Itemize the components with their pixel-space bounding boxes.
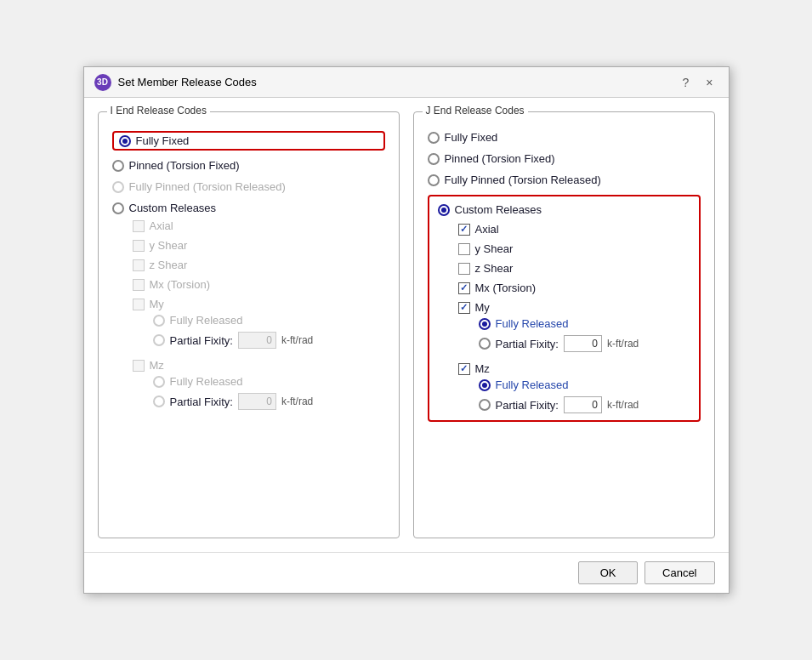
j-my-checkbox[interactable]: ✓ xyxy=(458,302,470,314)
j-mz-item[interactable]: ✓ Mz xyxy=(458,362,690,375)
i-my-fully-released-option: Fully Released xyxy=(153,314,385,327)
i-y-shear-label: y Shear xyxy=(150,239,188,252)
j-z-shear-item[interactable]: z Shear xyxy=(458,262,690,275)
j-y-shear-item[interactable]: y Shear xyxy=(458,242,690,255)
i-fully-fixed-label: Fully Fixed xyxy=(136,134,190,147)
title-bar-right: ? × xyxy=(678,74,718,91)
i-my-checkbox xyxy=(133,299,145,310)
j-axial-item[interactable]: ✓ Axial xyxy=(458,223,690,236)
j-fully-fixed-radio[interactable] xyxy=(428,132,440,144)
j-mz-checkmark: ✓ xyxy=(460,363,468,374)
j-axial-checkbox[interactable]: ✓ xyxy=(458,224,470,236)
i-pinned-radio[interactable] xyxy=(112,160,124,172)
j-my-fully-released-radio[interactable] xyxy=(479,318,491,330)
j-mz-checkbox[interactable]: ✓ xyxy=(458,363,470,375)
i-my-item: My xyxy=(133,298,385,310)
i-z-shear-item: z Shear xyxy=(133,259,385,271)
i-fully-fixed-option[interactable]: Fully Fixed xyxy=(112,131,385,151)
j-custom-header[interactable]: Custom Releases xyxy=(438,203,690,216)
i-z-shear-checkbox xyxy=(133,259,145,271)
j-my-partial-label: Partial Fixity: xyxy=(496,338,559,350)
j-my-partial-unit: k-ft/rad xyxy=(607,338,639,350)
j-mx-label: Mx (Torsion) xyxy=(475,282,537,294)
i-end-panel-title: I End Release Codes xyxy=(107,105,210,117)
i-end-panel: I End Release Codes Fully Fixed Pinned (… xyxy=(98,111,400,538)
i-mz-partial-unit: k-ft/rad xyxy=(281,395,313,407)
j-custom-checkboxes: ✓ Axial y Shear z Shear xyxy=(458,223,690,413)
j-mz-fully-released-radio[interactable] xyxy=(479,379,491,391)
j-mz-partial-fixity-row: Partial Fixity: k-ft/rad xyxy=(479,396,690,413)
j-custom-label: Custom Releases xyxy=(455,203,542,216)
cancel-button[interactable]: Cancel xyxy=(644,561,714,584)
footer: OK Cancel xyxy=(84,552,729,593)
i-mz-partial-radio xyxy=(153,395,165,407)
j-axial-checkmark: ✓ xyxy=(460,224,468,235)
j-my-partial-fixity-row: Partial Fixity: k-ft/rad xyxy=(479,335,690,352)
j-mx-checkmark: ✓ xyxy=(460,282,468,293)
j-mz-fully-released-label: Fully Released xyxy=(496,378,569,391)
i-y-shear-checkbox xyxy=(133,240,145,252)
i-mz-fully-released-label: Fully Released xyxy=(170,375,243,388)
content-area: I End Release Codes Fully Fixed Pinned (… xyxy=(84,98,729,552)
i-y-shear-item: y Shear xyxy=(133,239,385,252)
j-mx-item[interactable]: ✓ Mx (Torsion) xyxy=(458,282,690,294)
i-custom-checkboxes: Axial y Shear z Shear Mx (Torsion) xyxy=(133,219,385,410)
dialog-title: Set Member Release Codes xyxy=(118,76,257,88)
j-mz-fully-released-option[interactable]: Fully Released xyxy=(479,378,690,391)
close-button[interactable]: × xyxy=(701,74,718,91)
j-z-shear-label: z Shear xyxy=(475,262,514,275)
j-axial-label: Axial xyxy=(475,223,499,236)
i-custom-radio[interactable] xyxy=(112,202,124,214)
j-my-partial-radio[interactable] xyxy=(479,338,491,350)
i-my-section: My Fully Released Partial Fixity: k-ft/r… xyxy=(133,298,385,349)
i-my-sub: Fully Released Partial Fixity: k-ft/rad xyxy=(153,314,385,349)
j-y-shear-checkbox[interactable] xyxy=(458,243,470,255)
j-end-panel: J End Release Codes Fully Fixed Pinned (… xyxy=(413,111,715,538)
j-pinned-option[interactable]: Pinned (Torsion Fixed) xyxy=(428,152,701,165)
i-mz-sub: Fully Released Partial Fixity: k-ft/rad xyxy=(153,375,385,410)
i-mx-checkbox xyxy=(133,279,145,291)
j-mz-partial-unit: k-ft/rad xyxy=(607,399,639,411)
i-mz-item: Mz xyxy=(133,359,385,372)
j-fully-pinned-label: Fully Pinned (Torsion Released) xyxy=(445,174,601,186)
i-fully-fixed-radio[interactable] xyxy=(119,135,131,147)
j-custom-radio[interactable] xyxy=(438,204,450,216)
i-mz-section: Mz Fully Released Partial Fixity: k-ft/r… xyxy=(133,359,385,410)
i-z-shear-label: z Shear xyxy=(150,259,188,271)
i-fully-pinned-option: Fully Pinned (Torsion Released) xyxy=(112,180,385,193)
j-my-partial-input[interactable] xyxy=(564,335,602,352)
j-my-sub: Fully Released Partial Fixity: k-ft/rad xyxy=(479,317,690,352)
i-my-fully-released-radio xyxy=(153,315,165,327)
i-mz-checkbox xyxy=(133,360,145,372)
help-button[interactable]: ? xyxy=(678,74,695,91)
j-my-checkmark: ✓ xyxy=(460,302,468,313)
j-my-fully-released-label: Fully Released xyxy=(496,317,569,330)
i-mx-item: Mx (Torsion) xyxy=(133,278,385,291)
j-my-item[interactable]: ✓ My xyxy=(458,301,690,314)
j-z-shear-checkbox[interactable] xyxy=(458,263,470,275)
j-y-shear-label: y Shear xyxy=(475,242,514,255)
i-axial-label: Axial xyxy=(150,219,173,232)
ok-button[interactable]: OK xyxy=(578,561,638,584)
j-mz-partial-input[interactable] xyxy=(564,396,602,413)
i-mz-fully-released-radio xyxy=(153,376,165,388)
i-my-partial-fixity-row: Partial Fixity: k-ft/rad xyxy=(153,332,385,349)
i-custom-option[interactable]: Custom Releases xyxy=(112,202,385,214)
i-my-label: My xyxy=(150,298,164,310)
j-my-fully-released-option[interactable]: Fully Released xyxy=(479,317,690,330)
j-mz-section: ✓ Mz Fully Released Partial Fixity xyxy=(458,362,690,413)
j-fully-pinned-option[interactable]: Fully Pinned (Torsion Released) xyxy=(428,174,701,186)
j-mx-checkbox[interactable]: ✓ xyxy=(458,282,470,294)
i-my-fully-released-label: Fully Released xyxy=(170,314,243,327)
j-my-section: ✓ My Fully Released Partial Fixity xyxy=(458,301,690,352)
j-fully-fixed-option[interactable]: Fully Fixed xyxy=(428,131,701,144)
j-fully-pinned-radio[interactable] xyxy=(428,174,440,186)
j-custom-section: Custom Releases ✓ Axial y Shear xyxy=(428,195,701,422)
i-pinned-option[interactable]: Pinned (Torsion Fixed) xyxy=(112,159,385,172)
i-my-partial-radio xyxy=(153,334,165,346)
j-pinned-radio[interactable] xyxy=(428,153,440,165)
j-mz-partial-label: Partial Fixity: xyxy=(496,399,559,412)
j-mz-sub: Fully Released Partial Fixity: k-ft/rad xyxy=(479,378,690,413)
j-mz-partial-radio[interactable] xyxy=(479,399,491,411)
j-end-panel-title: J End Release Codes xyxy=(423,105,528,117)
